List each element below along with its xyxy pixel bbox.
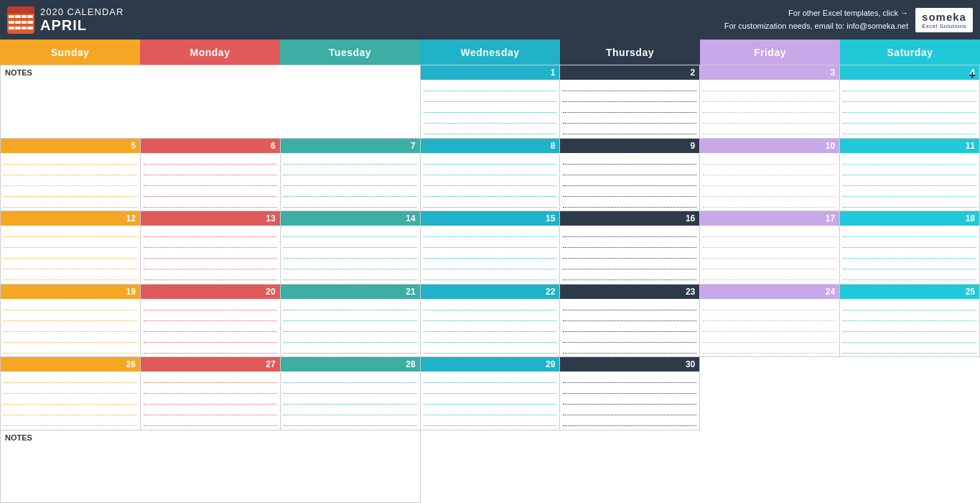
cal-day-19[interactable]: 19 (1, 285, 141, 358)
day-number: 30 (560, 357, 699, 372)
cal-day-9[interactable]: 9 (560, 139, 700, 212)
notes-top: NOTES (1, 65, 421, 139)
logo-section: 2020 CALENDAR APRIL (0, 0, 131, 40)
day-number: 28 (281, 357, 420, 372)
day-number: 5 (1, 139, 140, 153)
cal-day-15[interactable]: 15 (421, 211, 561, 285)
day-number: 23 (560, 285, 699, 299)
cal-day-27[interactable]: 27 (141, 357, 281, 430)
day-number: 29 (421, 357, 560, 372)
brand-name: someka (922, 11, 966, 23)
day-number: 13 (141, 211, 280, 226)
cal-day-21[interactable]: 21 (281, 285, 421, 358)
header-friday: Friday (700, 40, 840, 65)
day-number: 10 (700, 139, 839, 153)
cal-day-6[interactable]: 6 (141, 139, 281, 212)
email-text: For customization needs, email to: info@… (724, 20, 908, 33)
day-number: 6 (141, 139, 280, 153)
cal-day-18[interactable]: 18 (840, 211, 980, 285)
day-number: 22 (421, 285, 560, 299)
day-headers: Sunday Monday Tuesday Wednesday Thursday… (0, 40, 980, 65)
header-title: 2020 CALENDAR APRIL (40, 6, 123, 34)
cal-day-26[interactable]: 26 (1, 357, 141, 430)
brand-sub: Excel Solutions (922, 23, 966, 29)
cal-day-23[interactable]: 23 (560, 285, 700, 358)
day-number: 12 (1, 211, 140, 226)
year-label: 2020 CALENDAR (40, 6, 123, 17)
day-number: 26 (1, 357, 140, 372)
day-number: 20 (141, 285, 280, 299)
day-number: 16 (560, 211, 699, 226)
day-number: 3 (700, 65, 839, 80)
day-number: 21 (281, 285, 420, 299)
day-number: 9 (560, 139, 699, 153)
day-number: 24 (700, 285, 839, 299)
day-number: 27 (141, 357, 280, 372)
cal-day-22[interactable]: 22 (421, 285, 561, 358)
day-number: 2 (560, 65, 699, 80)
cal-day-30[interactable]: 30 (560, 357, 700, 430)
day-number: 25 (840, 285, 979, 299)
cal-day-10[interactable]: 10 (700, 139, 840, 212)
someka-logo: someka Excel Solutions (915, 8, 973, 32)
cal-day-20[interactable]: 20 (141, 285, 281, 358)
month-label: APRIL (40, 17, 123, 34)
day-number: 11 (840, 139, 979, 153)
day-number: 1 (421, 65, 560, 80)
header-monday: Monday (140, 40, 280, 65)
cal-day-4[interactable]: 4+ (840, 65, 980, 139)
cal-day-25[interactable]: 25 (840, 285, 980, 358)
cal-day-28[interactable]: 28 (281, 357, 421, 430)
day-number: 4 (840, 65, 979, 80)
header-right: For other Excel templates, click → For c… (717, 0, 980, 40)
cal-day-8[interactable]: 8 (421, 139, 561, 212)
calendar-grid: NOTES1234+567891011121314151617181920212… (0, 65, 980, 503)
cal-day-7[interactable]: 7 (281, 139, 421, 212)
day-number: 17 (700, 211, 839, 226)
cal-day-12[interactable]: 12 (1, 211, 141, 285)
templates-link-text: For other Excel templates, click → (724, 7, 908, 20)
cal-day-11[interactable]: 11 (840, 139, 980, 212)
cal-day-5[interactable]: 5 (1, 139, 141, 212)
day-number: 7 (281, 139, 420, 153)
header-right-text: For other Excel templates, click → For c… (724, 7, 908, 32)
cal-day-29[interactable]: 29 (421, 357, 561, 430)
header-wednesday: Wednesday (420, 40, 560, 65)
header-saturday: Saturday (840, 40, 980, 65)
header-sunday: Sunday (0, 40, 140, 65)
cal-day-2[interactable]: 2 (560, 65, 700, 139)
day-number: 19 (1, 285, 140, 299)
cursor-plus-icon: + (969, 69, 976, 82)
notes-label: NOTES (5, 68, 416, 77)
notes-bottom: NOTES (1, 430, 421, 504)
day-number: 8 (421, 139, 560, 153)
cal-day-17[interactable]: 17 (700, 211, 840, 285)
day-number: 15 (421, 211, 560, 226)
header-tuesday: Tuesday (280, 40, 420, 65)
day-number: 14 (281, 211, 420, 226)
calendar-icon (7, 6, 34, 34)
cal-day-13[interactable]: 13 (141, 211, 281, 285)
cal-day-24[interactable]: 24 (700, 285, 840, 358)
app-header: 2020 CALENDAR APRIL For other Excel temp… (0, 0, 980, 40)
notes-bottom-label: NOTES (5, 433, 416, 442)
cal-day-1[interactable]: 1 (421, 65, 561, 139)
header-thursday: Thursday (560, 40, 700, 65)
day-number: 18 (840, 211, 979, 226)
cal-day-3[interactable]: 3 (700, 65, 840, 139)
cal-day-16[interactable]: 16 (560, 211, 700, 285)
cal-day-14[interactable]: 14 (281, 211, 421, 285)
